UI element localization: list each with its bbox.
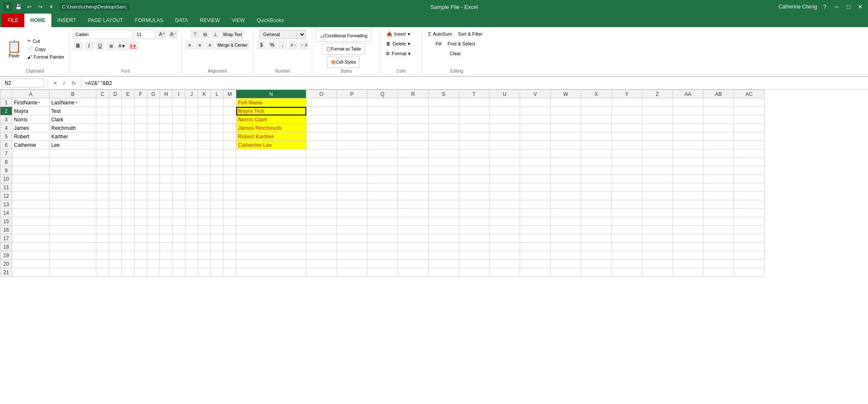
cell-c1[interactable] — [96, 98, 109, 107]
cell-p16[interactable] — [337, 226, 367, 234]
cell-ac19[interactable] — [734, 251, 764, 260]
col-header-l[interactable]: L — [211, 90, 224, 98]
cell-d18[interactable] — [109, 243, 122, 251]
cell-w19[interactable] — [551, 251, 581, 260]
cell-r14[interactable] — [398, 209, 428, 217]
cell-q8[interactable] — [367, 158, 398, 166]
cell-h13[interactable] — [160, 200, 173, 209]
cell-w5[interactable] — [551, 132, 581, 141]
tab-review[interactable]: REVIEW — [194, 14, 226, 27]
cell-q12[interactable] — [367, 192, 398, 200]
cell-t9[interactable] — [459, 166, 490, 175]
col-header-j[interactable]: J — [185, 90, 198, 98]
cell-a6[interactable]: Catherine — [12, 141, 50, 149]
cell-z14[interactable] — [642, 209, 673, 217]
cell-e14[interactable] — [122, 209, 134, 217]
cell-w9[interactable] — [551, 166, 581, 175]
decrease-font-btn[interactable]: A⁻ — [168, 30, 178, 39]
col-header-n[interactable]: N — [236, 90, 306, 98]
cell-v4[interactable] — [520, 124, 551, 132]
cell-t6[interactable] — [459, 141, 490, 149]
row-header-20[interactable]: 20 — [0, 260, 12, 268]
cell-n5[interactable]: Robert Karther — [236, 132, 306, 141]
cell-h17[interactable] — [160, 234, 173, 243]
cell-m7[interactable] — [224, 149, 236, 158]
cell-i7[interactable] — [173, 149, 185, 158]
cell-u13[interactable] — [490, 200, 520, 209]
cell-u4[interactable] — [490, 124, 520, 132]
cell-f20[interactable] — [134, 260, 147, 268]
cell-ac5[interactable] — [734, 132, 764, 141]
cell-ac2[interactable] — [734, 107, 764, 115]
cell-g4[interactable] — [147, 124, 160, 132]
cell-d20[interactable] — [109, 260, 122, 268]
cell-e8[interactable] — [122, 158, 134, 166]
cell-j16[interactable] — [185, 226, 198, 234]
cell-p1[interactable] — [337, 98, 367, 107]
cell-w21[interactable] — [551, 268, 581, 277]
cell-l11[interactable] — [211, 183, 224, 192]
cell-z17[interactable] — [642, 234, 673, 243]
cell-o4[interactable] — [306, 124, 337, 132]
cell-d8[interactable] — [109, 158, 122, 166]
col-header-c[interactable]: C — [96, 90, 109, 98]
cell-f12[interactable] — [134, 192, 147, 200]
cell-ac20[interactable] — [734, 260, 764, 268]
cell-a16[interactable] — [12, 226, 50, 234]
cell-w11[interactable] — [551, 183, 581, 192]
cell-j20[interactable] — [185, 260, 198, 268]
cell-d2[interactable] — [109, 107, 122, 115]
cell-c7[interactable] — [96, 149, 109, 158]
cell-s4[interactable] — [428, 124, 459, 132]
dec-decrease-btn[interactable]: ←.0 — [299, 40, 308, 50]
cell-u5[interactable] — [490, 132, 520, 141]
cell-n19[interactable] — [236, 251, 306, 260]
cell-aa21[interactable] — [673, 268, 703, 277]
insert-btn[interactable]: 📥 Insert ▾ — [384, 30, 412, 38]
cell-d7[interactable] — [109, 149, 122, 158]
cell-p4[interactable] — [337, 124, 367, 132]
col-header-m[interactable]: M — [224, 90, 236, 98]
cell-j2[interactable] — [185, 107, 198, 115]
cell-l8[interactable] — [211, 158, 224, 166]
cell-ab2[interactable] — [703, 107, 734, 115]
cell-m5[interactable] — [224, 132, 236, 141]
cell-g1[interactable] — [147, 98, 160, 107]
cell-w17[interactable] — [551, 234, 581, 243]
cell-u9[interactable] — [490, 166, 520, 175]
cell-t8[interactable] — [459, 158, 490, 166]
undo-btn[interactable]: ↩ — [25, 2, 34, 11]
cell-b20[interactable] — [50, 260, 96, 268]
cell-c6[interactable] — [96, 141, 109, 149]
cell-z4[interactable] — [642, 124, 673, 132]
cell-i8[interactable] — [173, 158, 185, 166]
cell-h9[interactable] — [160, 166, 173, 175]
cell-y15[interactable] — [612, 217, 642, 226]
cell-s3[interactable] — [428, 115, 459, 124]
cell-a12[interactable] — [12, 192, 50, 200]
cell-m13[interactable] — [224, 200, 236, 209]
currency-btn[interactable]: $ — [257, 40, 266, 50]
row-header-14[interactable]: 14 — [0, 209, 12, 217]
redo-btn[interactable]: ↪ — [36, 2, 45, 11]
cell-v5[interactable] — [520, 132, 551, 141]
cell-x11[interactable] — [581, 183, 612, 192]
format-painter-button[interactable]: 🖌 Format Painter — [25, 53, 66, 60]
cell-r8[interactable] — [398, 158, 428, 166]
cell-w12[interactable] — [551, 192, 581, 200]
cell-p20[interactable] — [337, 260, 367, 268]
italic-button[interactable]: I — [84, 41, 94, 50]
cell-w2[interactable] — [551, 107, 581, 115]
cell-g14[interactable] — [147, 209, 160, 217]
cell-y21[interactable] — [612, 268, 642, 277]
cell-c10[interactable] — [96, 175, 109, 183]
cell-z21[interactable] — [642, 268, 673, 277]
cell-f10[interactable] — [134, 175, 147, 183]
cell-x13[interactable] — [581, 200, 612, 209]
cell-l20[interactable] — [211, 260, 224, 268]
row-header-9[interactable]: 9 — [0, 166, 12, 175]
cell-u21[interactable] — [490, 268, 520, 277]
cell-j19[interactable] — [185, 251, 198, 260]
row-header-15[interactable]: 15 — [0, 217, 12, 226]
cell-m16[interactable] — [224, 226, 236, 234]
